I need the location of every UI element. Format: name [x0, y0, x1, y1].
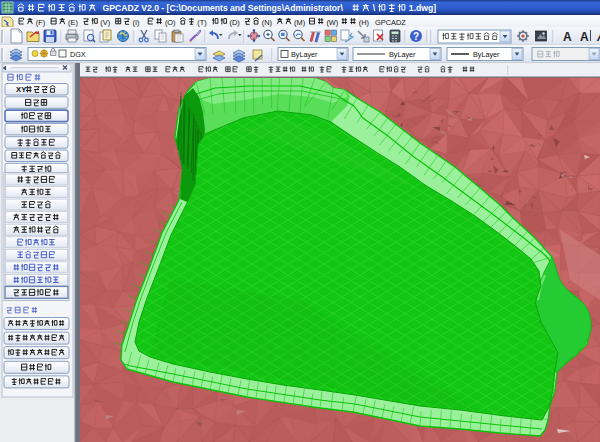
svg-text:(D): (D): [230, 18, 240, 27]
svg-text:A: A: [596, 30, 600, 44]
svg-text:(W): (W): [326, 18, 338, 27]
svg-text:(M): (M): [294, 18, 305, 27]
svg-text:ByLayer: ByLayer: [291, 50, 318, 59]
svg-text:(V): (V): [100, 18, 110, 27]
svg-text:A: A: [580, 30, 589, 44]
svg-text:(O): (O): [165, 18, 176, 27]
svg-text:(T): (T): [197, 18, 206, 27]
svg-text:GPCADZ: GPCADZ: [375, 18, 406, 27]
svg-text:?: ?: [413, 31, 419, 42]
svg-text:GPCADZ V2.0 - [C:\Documents an: GPCADZ V2.0 - [C:\Documents and Settings…: [103, 3, 344, 13]
svg-text:A: A: [563, 30, 572, 44]
svg-text:DGX: DGX: [70, 50, 86, 59]
svg-text:(N): (N): [262, 18, 272, 27]
svg-text:ByLayer: ByLayer: [389, 50, 416, 59]
svg-text:ByLayer: ByLayer: [473, 50, 500, 59]
svg-text:(F): (F): [36, 18, 45, 27]
svg-text:(H): (H): [359, 18, 369, 27]
svg-text:(E): (E): [68, 18, 78, 27]
svg-text:XY: XY: [16, 85, 26, 94]
svg-text:(I): (I): [133, 18, 140, 27]
svg-text:1.dwg]: 1.dwg]: [409, 3, 436, 13]
